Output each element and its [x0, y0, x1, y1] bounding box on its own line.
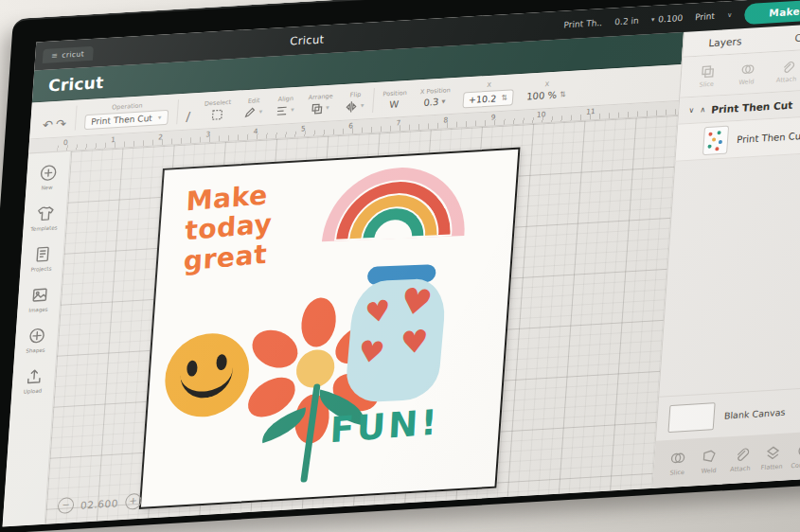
print-dropdown[interactable]: Print: [695, 11, 715, 22]
chevron-down-icon[interactable]: ∨: [688, 106, 695, 115]
sidebar-item-templates[interactable]: Templates: [30, 204, 59, 232]
zoom-label: X: [544, 80, 549, 88]
xpos-value[interactable]: 0.3: [423, 96, 439, 107]
stepper-icon[interactable]: ⇅: [501, 93, 507, 101]
edit-label: Edit: [248, 97, 260, 105]
sidebar-item-images[interactable]: Images: [28, 286, 49, 313]
deselect-button[interactable]: [210, 108, 223, 121]
action-label: Flatten: [760, 463, 782, 471]
caret-icon: ▾: [361, 102, 364, 110]
document-icon: [32, 245, 51, 264]
flatten-button-bottom[interactable]: Flatten: [756, 443, 789, 471]
design-canvas[interactable]: Make today great: [45, 115, 678, 524]
caret-icon: ▾: [258, 108, 262, 115]
align-icon: [276, 104, 289, 117]
paperclip-icon: [733, 446, 750, 463]
slice-button-bottom[interactable]: Slice: [661, 449, 694, 477]
hamburger-icon: ≡: [51, 51, 59, 60]
action-label: Slice: [699, 80, 714, 88]
print-then-cut-sheet[interactable]: Make today great: [139, 148, 521, 509]
layer-group-name: Print Then Cut: [711, 98, 793, 115]
make-it-button[interactable]: Make It: [744, 0, 800, 25]
action-label: Weld: [701, 467, 717, 475]
x-value-input[interactable]: +10.2 ⇅: [462, 89, 513, 108]
panel-bottom-actions: Slice Weld Attach Flatten: [653, 431, 800, 488]
edit-button[interactable]: ▾: [243, 105, 263, 118]
pencil-icon: [243, 106, 257, 119]
tab-color[interactable]: Color: [766, 28, 800, 44]
tolerance-value: 0.100: [658, 13, 684, 25]
sidebar-item-label: Templates: [30, 224, 58, 232]
caret-icon: ▾: [650, 16, 654, 24]
pen-icon[interactable]: ∕: [186, 110, 190, 122]
operation-value: Print Then Cut: [91, 114, 152, 127]
sidebar-item-projects[interactable]: Projects: [30, 245, 53, 273]
action-label: Slice: [669, 469, 684, 477]
arrange-icon: [311, 102, 324, 115]
operation-dropdown[interactable]: Print Then Cut ▾: [84, 110, 169, 130]
sidebar-item-new[interactable]: New: [38, 164, 58, 191]
weld-button[interactable]: Weld: [726, 61, 768, 86]
chevron-up-icon[interactable]: ∧: [700, 105, 706, 114]
attach-button[interactable]: Attach: [766, 58, 800, 83]
caret-icon: ▾: [326, 104, 329, 112]
contour-button-bottom[interactable]: Contour: [788, 441, 800, 470]
dashed-square-icon: [210, 108, 223, 121]
attach-button-bottom[interactable]: Attach: [724, 445, 757, 473]
window-title: Cricut: [290, 32, 325, 47]
redo-button[interactable]: ↷: [56, 117, 67, 131]
stepper-icon[interactable]: ⇅: [560, 89, 566, 98]
jar-body: ♥ ♥ ♥ ♥: [344, 277, 447, 402]
flip-button[interactable]: ▾: [345, 99, 364, 113]
smiley-face-graphic: [165, 328, 250, 422]
heart-icon: ♥: [355, 337, 387, 368]
laptop-bezel: ≡ cricut Cricut Print Th.. 0.2 in ▾ 0.10…: [0, 0, 800, 532]
zoom-in-button[interactable]: +: [124, 493, 141, 510]
paperclip-icon: [780, 59, 795, 74]
heart-icon: ♥: [397, 283, 436, 322]
align-label: Align: [277, 95, 293, 103]
sidebar-item-shapes[interactable]: Shapes: [26, 327, 46, 354]
action-label: Attach: [730, 465, 751, 473]
shapes-icon: [27, 327, 45, 346]
rainbow-graphic: [322, 165, 471, 242]
weld-button-bottom[interactable]: Weld: [693, 447, 726, 475]
sidebar-item-label: Shapes: [26, 347, 45, 354]
tab-layers[interactable]: Layers: [684, 34, 767, 50]
action-label: Weld: [738, 78, 755, 86]
sidebar-item-upload[interactable]: Upload: [24, 367, 44, 395]
chevron-down-icon[interactable]: ∨: [727, 11, 733, 19]
flatten-icon: [764, 444, 781, 461]
undo-button[interactable]: ↶: [43, 118, 54, 132]
image-icon: [29, 286, 48, 305]
sidebar-item-label: New: [41, 185, 52, 191]
upload-icon: [24, 367, 43, 386]
zoom-percent[interactable]: 100 %: [526, 89, 558, 101]
caret-icon: ▾: [158, 114, 162, 121]
machine-label: Print Th..: [563, 18, 602, 29]
contour-icon: [795, 442, 800, 459]
browser-tab[interactable]: ≡ cricut: [43, 45, 94, 62]
heart-icon: ♥: [364, 295, 392, 328]
size-label: Position: [382, 88, 407, 98]
operation-label: Operation: [112, 102, 143, 112]
blank-canvas-thumbnail: [668, 402, 716, 433]
arrange-button[interactable]: ▾: [311, 101, 330, 115]
stepper-icon[interactable]: ▾: [441, 97, 446, 105]
canvas-zoom-control: − 02.600 +: [57, 493, 141, 514]
zoom-out-button[interactable]: −: [57, 497, 74, 514]
tab-label: cricut: [62, 49, 84, 59]
sidebar-item-label: Images: [28, 307, 48, 313]
action-label: Contour: [791, 461, 800, 470]
slice-icon: [700, 63, 715, 79]
flip-label: Flip: [350, 90, 362, 98]
align-button[interactable]: ▾: [276, 103, 295, 116]
blank-canvas-label: Blank Canvas: [724, 406, 786, 420]
deselect-label: Deselect: [204, 98, 232, 107]
slice-icon: [669, 450, 686, 467]
weld-icon: [702, 448, 719, 465]
canvas-zoom-value: 02.600: [80, 497, 119, 510]
flip-icon: [345, 99, 358, 113]
size-w: W: [389, 98, 400, 110]
slice-button[interactable]: Slice: [686, 62, 728, 88]
